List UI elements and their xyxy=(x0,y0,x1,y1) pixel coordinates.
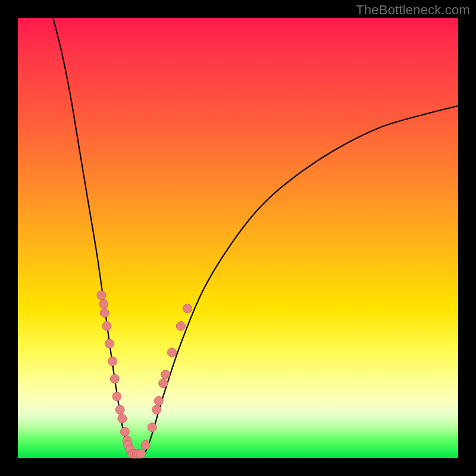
data-marker xyxy=(168,348,177,357)
data-marker xyxy=(152,405,161,414)
data-marker xyxy=(154,396,163,405)
data-marker xyxy=(176,322,185,331)
data-marker xyxy=(161,370,170,379)
data-marker xyxy=(115,405,124,414)
watermark-text: TheBottleneck.com xyxy=(356,2,470,18)
left-branch-markers xyxy=(97,291,146,458)
data-marker xyxy=(141,440,150,449)
data-marker xyxy=(118,414,127,423)
data-marker xyxy=(102,322,111,331)
plot-area xyxy=(18,18,458,458)
data-marker xyxy=(97,291,106,300)
data-marker xyxy=(112,392,121,401)
data-marker xyxy=(137,449,146,458)
data-marker xyxy=(148,423,156,432)
data-marker xyxy=(159,379,168,388)
data-marker xyxy=(108,357,117,366)
data-marker xyxy=(183,304,192,313)
chart-frame: TheBottleneck.com xyxy=(0,0,476,476)
curve-layer xyxy=(18,18,458,458)
right-branch-markers xyxy=(141,304,192,449)
data-marker xyxy=(105,339,114,348)
data-marker xyxy=(99,300,108,309)
data-marker xyxy=(120,427,129,436)
data-marker xyxy=(110,374,119,383)
data-marker xyxy=(100,308,109,317)
